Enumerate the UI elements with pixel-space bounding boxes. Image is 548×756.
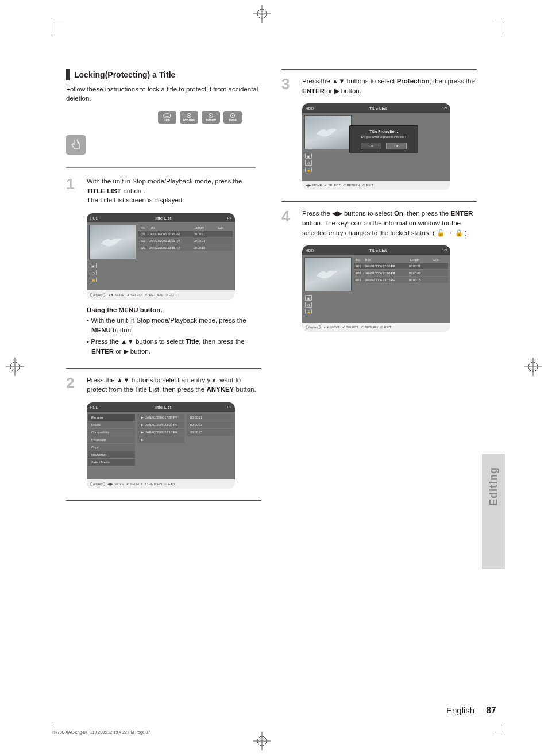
- anykey-icon: Anykey: [90, 293, 105, 297]
- divider: [66, 500, 261, 501]
- list-row: 003JAN/02/2006 23:15 PR00:00:15: [138, 244, 233, 251]
- menu-item: Select Media: [88, 459, 135, 466]
- list-row: 001JAN/01/2006 17:30 PR00:00:21: [138, 231, 233, 237]
- disc-icons: HDD DVD-RAM DVD-RW DVD-R: [158, 111, 261, 124]
- list-row: 002JAN/01/2006 21:00 PR00:00:03: [354, 270, 448, 276]
- info-icon-1: ▣: [90, 263, 97, 268]
- screen-anykey-menu: HDD Title List 1/3 Rename Delete Compati…: [87, 402, 235, 489]
- hdd-icon: HDD: [158, 111, 176, 124]
- using-menu-block: Using the MENU button. • With the unit i…: [87, 306, 261, 356]
- menu-item: Copy: [88, 444, 135, 451]
- divider: [281, 201, 477, 202]
- menu-right-row: ▶JAN/01/2006 21:00 PR: [137, 421, 184, 428]
- intro-text: Follow these instructions to lock a titl…: [66, 85, 261, 103]
- preview-thumbnail: [304, 115, 352, 149]
- dvd-ram-icon: DVD-RAM: [180, 111, 198, 124]
- step-3: 3 Press the ▲▼ buttons to select Protect…: [281, 76, 477, 95]
- page-footer: English 87: [446, 705, 496, 716]
- step-4: 4 Press the ◀▶ buttons to select On, the…: [281, 209, 477, 237]
- menu-right-row: ▶JAN/01/2006 17:30 PR: [137, 414, 184, 421]
- svg-point-16: [210, 115, 211, 116]
- svg-point-18: [232, 115, 233, 116]
- protection-dialog: Title Protection: Do you want to protect…: [349, 125, 418, 153]
- step-1: 1 With the unit in Stop mode/Playback mo…: [66, 176, 261, 205]
- preview-thumbnail: [89, 225, 136, 259]
- preview-thumbnail: [304, 257, 352, 291]
- side-tab-label: Editing: [488, 467, 500, 506]
- info-icon-3: 🔓: [90, 277, 97, 282]
- lock-icon: 🔒: [305, 309, 312, 314]
- list-row: 001JAN/01/2006 17:30 PR00:00:21: [354, 263, 448, 269]
- screen-title-list: HDD Title List 1/3 ▣ ◔ 🔓 No. Title Lengt: [87, 213, 235, 300]
- divider: [66, 368, 261, 369]
- menu-right-row: ▶JAN/02/2006 23:15 PR: [137, 429, 184, 436]
- dvd-r-icon: DVD-R: [223, 111, 242, 124]
- menu-item: Delete: [88, 421, 135, 428]
- screen-title-list-locked: HDD Title List 1/3 ▣ ◔ 🔒 No. Title Lengt: [302, 245, 450, 332]
- menu-item: Protection: [88, 436, 135, 443]
- svg-point-12: [164, 113, 171, 116]
- dialog-off-button[interactable]: Off: [386, 143, 407, 149]
- section-title: Locking(Protecting) a Title: [66, 69, 261, 80]
- menu-item: Navigation: [88, 451, 135, 458]
- menu-item: Compatibility: [88, 429, 135, 436]
- list-row: 003JAN/02/2006 23:15 PR00:00:15: [354, 277, 448, 283]
- file-info: HR730-XAC-eng-84~119 2005.12.19 4:22 PM …: [52, 730, 150, 734]
- step-2: 2 Press the ▲▼ buttons to select an entr…: [66, 375, 261, 394]
- hand-icon: [66, 135, 86, 155]
- screen-protection-dialog: HDD Title List 1/3 ▣ ◔ 🔓 Title Protectio…: [302, 103, 450, 190]
- dvd-rw-icon: DVD-RW: [202, 111, 220, 124]
- divider: [281, 69, 477, 70]
- divider: [66, 167, 256, 168]
- menu-item: Rename: [88, 414, 135, 421]
- dialog-on-button[interactable]: On: [361, 143, 381, 149]
- side-tab: Editing: [482, 454, 505, 569]
- list-row: 002JAN/01/2006 21:00 PR00:00:03: [138, 237, 233, 244]
- svg-point-14: [188, 115, 190, 116]
- info-icon-2: ◔: [90, 270, 97, 275]
